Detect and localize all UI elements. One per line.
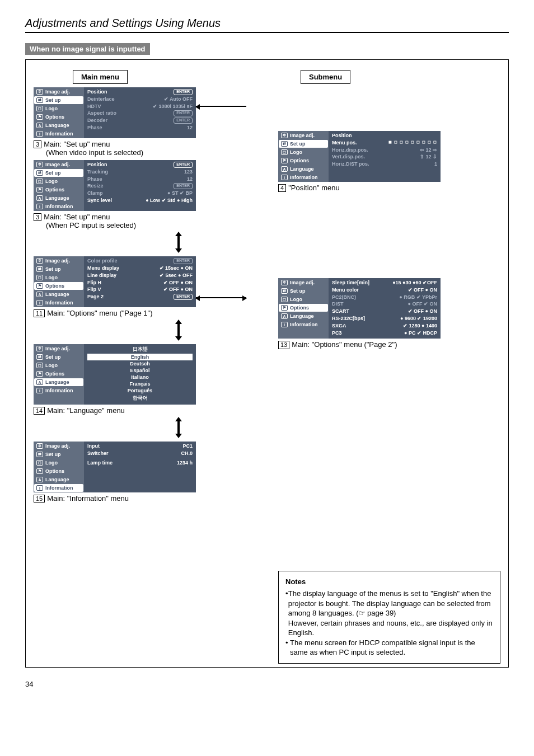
tab-image-adj[interactable]: ✲Image adj. [34,442,83,450]
language-option[interactable]: Deutsch [87,360,193,367]
menu-row[interactable]: SCART✔ OFF ● ON [332,308,437,315]
menu-row[interactable]: PositionENTER [87,88,193,96]
tab-language[interactable]: ALanguage [34,194,83,202]
tab-language[interactable]: ALanguage [279,312,328,320]
tab-language[interactable]: ALanguage [34,121,83,129]
tab-setup[interactable]: ⇄Set up [34,169,83,177]
tab-options[interactable]: ⚑Options [279,304,328,312]
tab-image-adj[interactable]: ✲Image adj. [279,132,328,139]
tab-options[interactable]: ⚑Options [34,186,83,194]
tab-image-adj[interactable]: ✲Image adj. [34,257,83,265]
menu-row[interactable]: Line display✔ 5sec ● OFF [87,272,193,279]
menu-row[interactable]: Lamp time1234 h [87,459,193,467]
tab-logo[interactable]: ◻Logo [279,148,328,156]
tab-logo[interactable]: ◻Logo [34,274,83,281]
tab-image-adj[interactable]: ✲Image adj. [34,345,83,353]
language-option[interactable]: Français [87,381,193,387]
language-option[interactable]: English [87,354,193,360]
menu-row[interactable]: Menu display✔ 15sec ● ON [87,265,193,272]
tab-language[interactable]: ALanguage [279,165,328,173]
tab-logo[interactable]: ◻Logo [279,295,328,303]
menu-row[interactable]: InputPC1 [87,443,193,450]
tab-logo[interactable]: ◻Logo [34,459,83,467]
menu-row[interactable]: SXGA✔ 1280 ● 1400 [332,322,437,330]
menu-row[interactable]: Flip H✔ OFF ● ON [87,279,193,287]
menu-row[interactable]: PositionENTER [87,161,193,168]
tab-logo[interactable]: ◻Logo [34,105,83,112]
sub-heading-bar: When no image signal is inputted [25,43,150,55]
menu-setup-video: ✲Image adj. ⇄Set up ◻Logo ⚑Options ALang… [34,87,196,138]
menu-row[interactable]: SwitcherCH.0 [87,450,193,457]
language-option[interactable]: Italiano [87,374,193,381]
menu-row[interactable]: HDTV✔ 1080i 1035i sF [87,103,193,110]
tab-information[interactable]: iInformation [34,299,83,307]
tab-information[interactable]: iInformation [279,173,328,181]
v-arrow-icon [101,320,256,341]
menu-row[interactable]: RS-232C[bps]● 9600 ✔ 19200 [332,315,437,322]
tab-information[interactable]: iInformation [34,484,83,492]
tab-language[interactable]: ALanguage [34,378,83,386]
caption-setup-video: 3Main: "Set up" menu (When video input i… [34,140,256,157]
tab-setup[interactable]: ⇄Set up [279,287,328,295]
content-frame: Main menu ✲Image adj. ⇄Set up ◻Logo ⚑Opt… [25,59,509,668]
menu-row[interactable]: ResizeENTER [87,182,193,190]
caption-setup-pc: 3Main: "Set up" menu (When PC input is s… [34,213,256,229]
tab-setup[interactable]: ⇄Set up [34,265,83,273]
menu-row[interactable]: Flip V✔ OFF ● ON [87,286,193,293]
caption-position: 4"Position" menu [278,184,500,192]
tab-image-adj[interactable]: ✲Image adj. [34,88,83,96]
menu-row[interactable]: Aspect ratioENTER [87,110,193,117]
menu-row[interactable]: Horiz.disp.pos.⇦ 12 ⇨ [332,147,437,154]
menu-row[interactable]: Vert.disp.pos.⇧ 12 ⇩ [332,153,437,161]
tab-options[interactable]: ⚑Options [279,157,328,165]
menu-row[interactable]: Position [332,132,437,139]
tab-logo[interactable]: ◻Logo [34,177,83,185]
tab-options[interactable]: ⚑Options [34,282,83,290]
menu-row[interactable]: PC2(BNC)● RGB ✔ YPbPr [332,294,437,301]
menu-row[interactable]: Page 2ENTER [87,293,193,300]
menu-row[interactable]: Sync level● Low ✔ Std ● High [87,197,193,204]
tab-language[interactable]: ALanguage [34,290,83,298]
tab-setup[interactable]: ⇄Set up [34,96,83,104]
tab-setup[interactable]: ⇄Set up [279,140,328,148]
menu-language: ✲Image adj. ⇄Set up ◻Logo ⚑Options ALang… [34,344,196,405]
submenu-label: Submenu [301,70,350,84]
tab-information[interactable]: iInformation [34,203,83,210]
tab-logo[interactable]: ◻Logo [34,361,83,369]
tab-options[interactable]: ⚑Options [34,113,83,121]
tab-options[interactable]: ⚑Options [34,467,83,475]
menu-row[interactable]: Tracking123 [87,168,193,176]
right-column: Submenu ✲Image adj. ⇄Set up ◻Logo ⚑Optio… [278,70,500,664]
menu-row[interactable]: DecoderENTER [87,117,193,124]
menu-row[interactable]: DIST● OFF ✔ ON [332,300,437,308]
tab-options[interactable]: ⚑Options [34,370,83,378]
language-option[interactable]: Português [87,387,193,394]
tab-information[interactable]: iInformation [279,321,328,328]
tab-image-adj[interactable]: ✲Image adj. [279,279,328,287]
menu-row[interactable]: Menu color✔ OFF ● ON [332,287,437,294]
menu-row[interactable]: Horiz.DIST pos.1 [332,161,437,168]
tab-setup[interactable]: ⇄Set up [34,450,83,458]
menu-row[interactable]: Clamp● ST ✔ BP [87,190,193,197]
tab-information[interactable]: iInformation [34,387,83,395]
menu-row[interactable]: Phase12 [87,176,193,183]
main-menu-label: Main menu [73,70,128,84]
tab-image-adj[interactable]: ✲Image adj. [34,161,83,168]
caption-options-2: 13Main: "Options" menu ("Page 2") [278,340,500,349]
menu-setup-pc: ✲Image adj. ⇄Set up ◻Logo ⚑Options ALang… [34,160,196,211]
divider [25,32,509,33]
menu-row[interactable]: Color profileENTER [87,257,193,265]
menu-row[interactable]: PC3● PC ✔ HDCP [332,330,437,337]
tab-setup[interactable]: ⇄Set up [34,353,83,361]
language-option[interactable]: 한국어 [87,394,193,402]
menu-row[interactable]: Phase12 [87,124,193,132]
menu-row[interactable]: Sleep time[min]●15 ●30 ●60 ✔OFF [332,279,437,287]
note-item: •The display language of the menus is se… [285,589,493,638]
language-option[interactable]: Español [87,367,193,374]
language-option[interactable]: 日本語 [87,345,193,354]
tab-language[interactable]: ALanguage [34,476,83,483]
tab-information[interactable]: iInformation [34,130,83,138]
menu-row[interactable]: Deinterlace✔ Auto OFF [87,96,193,103]
menu-information: ✲Image adj. ⇄Set up ◻Logo ⚑Options ALang… [34,442,196,492]
menu-row[interactable]: Menu pos.◼ ◻ ◻ ◻ ◻ ◻ ◻ ◻ ◻ [332,139,437,147]
